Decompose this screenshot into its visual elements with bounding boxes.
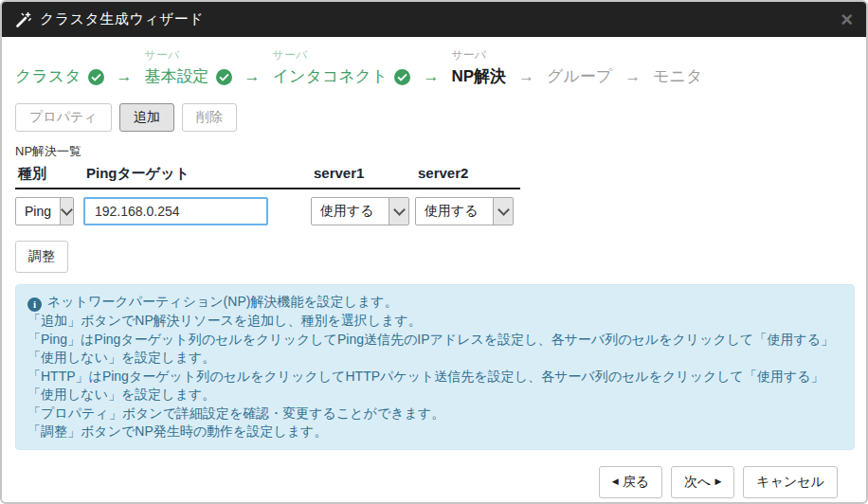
- close-icon[interactable]: ×: [841, 9, 853, 30]
- step-arrow-icon: →: [423, 64, 439, 89]
- add-button[interactable]: 追加: [119, 103, 174, 132]
- wand-icon: [15, 11, 32, 28]
- adjust-button[interactable]: 調整: [15, 241, 68, 273]
- step-label: グループ: [547, 64, 612, 89]
- back-arrow-icon: ◀: [612, 477, 619, 486]
- properties-button[interactable]: プロパティ: [15, 103, 112, 132]
- step-label: インタコネクト: [273, 64, 389, 89]
- col-header-server2: server2: [415, 165, 520, 183]
- info-box: iネットワークパーティション(NP)解決機能を設定します。 「追加」ボタンでNP…: [15, 284, 855, 450]
- step-label: モニタ: [653, 64, 702, 89]
- type-select[interactable]: Ping: [15, 197, 74, 225]
- step-basic-settings: サーバ 基本設定: [145, 46, 232, 89]
- step-arrow-icon: →: [244, 64, 261, 89]
- info-icon: i: [27, 297, 42, 312]
- step-monitor: モニタ: [653, 46, 702, 89]
- toolbar: プロパティ 追加 削除: [15, 103, 853, 132]
- check-circle-icon: [88, 69, 104, 85]
- step-label: 基本設定: [145, 64, 209, 89]
- cluster-wizard-dialog: クラスタ生成ウィザード × クラスタ → サーバ 基本設定 → サーバ: [0, 0, 868, 504]
- step-interconnect: サーバ インタコネクト: [273, 46, 411, 89]
- server2-use-select[interactable]: 使用する: [415, 197, 514, 225]
- chevron-down-icon: [60, 198, 73, 225]
- info-line: 「プロパティ」ボタンで詳細設定を確認・変更することができます。: [27, 405, 842, 423]
- back-button[interactable]: ◀戻る: [599, 466, 662, 498]
- check-circle-icon: [216, 69, 232, 85]
- info-line: 「調整」ボタンでNP発生時の動作を設定します。: [27, 423, 842, 441]
- step-label: クラスタ: [15, 64, 81, 89]
- np-resolution-table: 種別 Pingターゲット server1 server2 Ping 使用する: [15, 165, 520, 225]
- info-line: 「追加」ボタンでNP解決リソースを追加し、種別を選択します。: [27, 312, 842, 331]
- step-group: グループ: [547, 46, 612, 89]
- ping-target-input[interactable]: [83, 197, 268, 225]
- step-arrow-icon: →: [624, 64, 641, 89]
- delete-button[interactable]: 削除: [182, 103, 237, 132]
- wizard-steps: クラスタ → サーバ 基本設定 → サーバ インタコネクト: [2, 37, 866, 89]
- np-list-label: NP解決一覧: [15, 143, 853, 160]
- next-arrow-icon: ▶: [714, 477, 721, 486]
- next-button[interactable]: 次へ▶: [671, 466, 734, 498]
- table-header-row: 種別 Pingターゲット server1 server2: [15, 165, 520, 189]
- dialog-title: クラスタ生成ウィザード: [40, 10, 204, 28]
- cancel-button[interactable]: キャンセル: [743, 466, 838, 498]
- info-line: 「Ping」はPingターゲット列のセルをクリックしてPing送信先のIPアドレ…: [27, 331, 842, 350]
- server1-use-select[interactable]: 使用する: [311, 197, 409, 225]
- chevron-down-icon: [389, 198, 408, 225]
- chevron-down-icon: [493, 198, 513, 225]
- col-header-server1: server1: [311, 165, 415, 183]
- step-arrow-icon: →: [117, 64, 133, 89]
- info-line: 「HTTP」はPingターゲット列のセルをクリックしてHTTPパケット送信先を設…: [27, 368, 842, 387]
- step-np-resolution: サーバ NP解決: [451, 46, 506, 89]
- titlebar: クラスタ生成ウィザード ×: [2, 2, 866, 37]
- footer-buttons: ◀戻る 次へ▶ キャンセル: [2, 466, 838, 498]
- col-header-type: 種別: [15, 165, 83, 183]
- info-line: 「使用しない」を設定します。: [27, 349, 842, 368]
- col-header-ping-target: Pingターゲット: [83, 165, 311, 183]
- info-line: 「使用しない」を設定します。: [27, 386, 842, 405]
- step-cluster: クラスタ: [15, 46, 104, 89]
- table-row: Ping 使用する 使用する: [15, 197, 520, 225]
- check-circle-icon: [394, 69, 410, 85]
- step-label: NP解決: [451, 64, 506, 89]
- info-line: iネットワークパーティション(NP)解決機能を設定します。: [27, 293, 842, 312]
- step-arrow-icon: →: [518, 64, 534, 89]
